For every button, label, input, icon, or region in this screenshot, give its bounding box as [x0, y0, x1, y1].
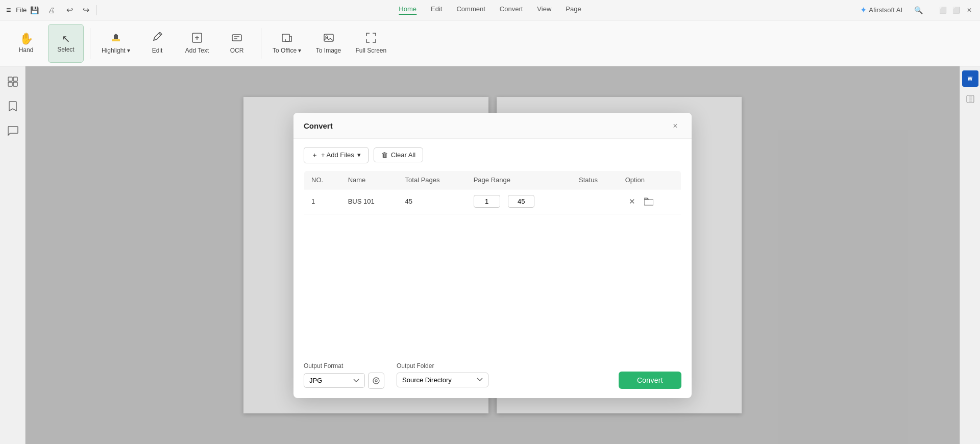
main-area: Convert × ＋ + Add Files ▾ 🗑 C [0, 66, 980, 444]
fullscreen-button[interactable]: Full Screen [351, 24, 392, 63]
table-row: 1 BUS 101 45 ✕ [304, 189, 681, 214]
svg-rect-0 [112, 39, 120, 41]
file-actions: 💾 🖨 [27, 3, 59, 18]
svg-rect-4 [324, 34, 333, 41]
convert-table: NO. Name Total Pages Page Range Status O… [304, 170, 681, 347]
page-to-input[interactable] [508, 195, 534, 208]
minimize-button[interactable]: ⬜ [938, 6, 947, 15]
output-format-label: Output Format [304, 362, 384, 369]
sidebar-left [0, 66, 26, 444]
dialog-close-button[interactable]: × [669, 120, 681, 132]
dialog-toolbar: ＋ + Add Files ▾ 🗑 Clear All [304, 147, 681, 163]
add-text-button[interactable]: Add Text [179, 24, 215, 63]
cell-name: BUS 101 [341, 189, 398, 214]
folder-select[interactable]: Source Directory Custom... [397, 373, 488, 387]
page-from-input[interactable] [474, 195, 500, 208]
convert-button[interactable]: Convert [619, 372, 681, 389]
print-button[interactable]: 🖨 [44, 3, 59, 18]
file-menu: ≡ File [6, 6, 27, 15]
to-image-icon [323, 32, 334, 45]
highlight-icon [110, 32, 121, 45]
modal-overlay: Convert × ＋ + Add Files ▾ 🗑 C [26, 66, 960, 444]
ai-badge[interactable]: ✦ Afirstsoft AI [860, 5, 902, 15]
fullscreen-icon [365, 32, 377, 45]
col-option: Option [618, 170, 681, 189]
svg-rect-2 [232, 35, 241, 41]
undo-button[interactable]: ↩ [61, 2, 78, 18]
sidebar-bookmark-icon[interactable] [4, 97, 22, 115]
maximize-button[interactable]: ⬜ [951, 6, 961, 15]
nav-home[interactable]: Home [399, 5, 416, 15]
ocr-button[interactable]: OCR [219, 24, 255, 63]
format-select[interactable]: JPG PNG BMP TIFF [304, 373, 365, 388]
col-no: NO. [304, 170, 341, 189]
to-office-label: To Office ▾ [273, 47, 301, 54]
add-files-label: + Add Files [321, 151, 354, 159]
word-icon-badge[interactable]: W [962, 70, 978, 87]
fullscreen-label: Full Screen [356, 47, 387, 54]
col-status: Status [572, 170, 618, 189]
sidebar-thumbnail-icon[interactable] [4, 72, 22, 91]
panel-expand-icon[interactable] [962, 91, 978, 107]
toolbar: ✋ Hand ↖ Select Highlight ▾ Edit Add Tex… [0, 20, 980, 66]
cell-status [572, 189, 618, 214]
add-text-icon [191, 32, 203, 45]
folder-row-button[interactable] [642, 194, 656, 209]
close-button[interactable]: ✕ [965, 6, 974, 15]
select-tool-button[interactable]: ↖ Select [48, 24, 84, 63]
highlight-tool-button[interactable]: Highlight ▾ [96, 24, 135, 63]
edit-tool-button[interactable]: Edit [139, 24, 175, 63]
nav-edit[interactable]: Edit [431, 5, 442, 15]
search-button[interactable]: 🔍 [911, 3, 926, 18]
add-files-button[interactable]: ＋ + Add Files ▾ [304, 147, 369, 163]
hamburger-icon[interactable]: ≡ [6, 6, 11, 15]
nav-page[interactable]: Page [566, 5, 581, 15]
ai-star-icon: ✦ [860, 5, 867, 15]
svg-rect-3 [282, 34, 289, 41]
svg-rect-9 [13, 82, 17, 86]
sidebar-right: W [960, 66, 980, 444]
output-folder-label: Output Folder [397, 362, 488, 369]
dialog-header: Convert × [293, 113, 692, 139]
ocr-label: OCR [230, 47, 244, 54]
file-label[interactable]: File [16, 6, 27, 14]
divider-1 [90, 28, 90, 59]
to-image-label: To Image [316, 47, 341, 54]
sidebar-comment-icon[interactable] [4, 121, 22, 140]
to-image-button[interactable]: To Image [311, 24, 347, 63]
output-folder-control: Source Directory Custom... [397, 373, 488, 387]
titlebar: ≡ File 💾 🖨 ↩ ↪ Home Edit Comment Convert… [0, 0, 980, 20]
delete-row-button[interactable]: ✕ [625, 194, 640, 209]
format-settings-button[interactable] [368, 373, 384, 389]
save-button[interactable]: 💾 [27, 3, 42, 18]
cell-option: ✕ [618, 189, 681, 214]
dialog-title: Convert [304, 121, 333, 130]
clear-all-button[interactable]: 🗑 Clear All [374, 147, 423, 162]
window-controls: ⬜ ⬜ ✕ [938, 6, 974, 15]
divider-2 [261, 28, 261, 59]
convert-dialog: Convert × ＋ + Add Files ▾ 🗑 C [293, 113, 692, 398]
table-header-row: NO. Name Total Pages Page Range Status O… [304, 170, 681, 189]
svg-rect-7 [13, 77, 17, 81]
nav-convert[interactable]: Convert [500, 5, 523, 15]
output-format-group: Output Format JPG PNG BMP TIFF [304, 362, 384, 389]
to-office-button[interactable]: To Office ▾ [267, 24, 306, 63]
add-files-arrow: ▾ [357, 151, 361, 159]
svg-rect-8 [8, 82, 12, 86]
clear-all-label: Clear All [391, 151, 415, 159]
nav-comment[interactable]: Comment [456, 5, 485, 15]
col-name: Name [341, 170, 398, 189]
empty-rows [304, 214, 681, 347]
nav-view[interactable]: View [537, 5, 551, 15]
word-icon-text: W [968, 76, 972, 82]
col-total-pages: Total Pages [398, 170, 467, 189]
hand-label: Hand [19, 46, 34, 54]
table-header: NO. Name Total Pages Page Range Status O… [304, 170, 681, 189]
hand-tool-button[interactable]: ✋ Hand [8, 24, 44, 63]
cell-no: 1 [304, 189, 341, 214]
titlebar-right: ✦ Afirstsoft AI 🔍 ⬜ ⬜ ✕ [860, 3, 974, 18]
table-body: 1 BUS 101 45 ✕ [304, 189, 681, 347]
dialog-footer: Output Format JPG PNG BMP TIFF [293, 355, 692, 398]
redo-button[interactable]: ↪ [78, 2, 94, 18]
svg-point-11 [375, 380, 377, 382]
